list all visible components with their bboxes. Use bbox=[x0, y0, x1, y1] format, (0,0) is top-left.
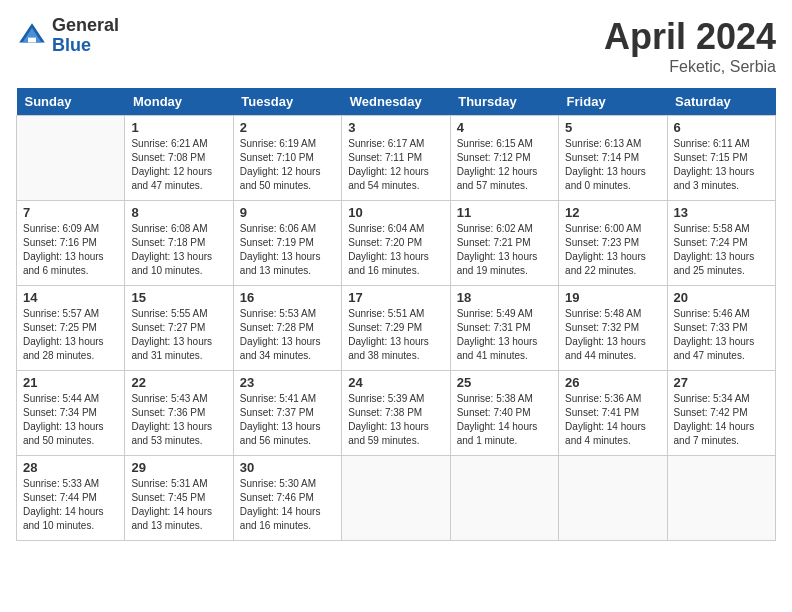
day-info: Sunrise: 6:00 AM Sunset: 7:23 PM Dayligh… bbox=[565, 222, 660, 278]
calendar-cell: 17Sunrise: 5:51 AM Sunset: 7:29 PM Dayli… bbox=[342, 286, 450, 371]
logo-icon bbox=[16, 20, 48, 52]
calendar-cell: 1Sunrise: 6:21 AM Sunset: 7:08 PM Daylig… bbox=[125, 116, 233, 201]
calendar-cell: 13Sunrise: 5:58 AM Sunset: 7:24 PM Dayli… bbox=[667, 201, 775, 286]
day-info: Sunrise: 6:08 AM Sunset: 7:18 PM Dayligh… bbox=[131, 222, 226, 278]
calendar-cell: 29Sunrise: 5:31 AM Sunset: 7:45 PM Dayli… bbox=[125, 456, 233, 541]
calendar-cell: 28Sunrise: 5:33 AM Sunset: 7:44 PM Dayli… bbox=[17, 456, 125, 541]
day-number: 23 bbox=[240, 375, 335, 390]
day-info: Sunrise: 5:58 AM Sunset: 7:24 PM Dayligh… bbox=[674, 222, 769, 278]
weekday-header-tuesday: Tuesday bbox=[233, 88, 341, 116]
calendar-cell bbox=[342, 456, 450, 541]
day-number: 14 bbox=[23, 290, 118, 305]
day-number: 30 bbox=[240, 460, 335, 475]
day-info: Sunrise: 5:53 AM Sunset: 7:28 PM Dayligh… bbox=[240, 307, 335, 363]
weekday-header-sunday: Sunday bbox=[17, 88, 125, 116]
calendar-cell: 14Sunrise: 5:57 AM Sunset: 7:25 PM Dayli… bbox=[17, 286, 125, 371]
day-info: Sunrise: 5:43 AM Sunset: 7:36 PM Dayligh… bbox=[131, 392, 226, 448]
calendar-cell: 3Sunrise: 6:17 AM Sunset: 7:11 PM Daylig… bbox=[342, 116, 450, 201]
day-info: Sunrise: 5:34 AM Sunset: 7:42 PM Dayligh… bbox=[674, 392, 769, 448]
day-info: Sunrise: 5:33 AM Sunset: 7:44 PM Dayligh… bbox=[23, 477, 118, 533]
calendar-cell bbox=[667, 456, 775, 541]
day-info: Sunrise: 5:44 AM Sunset: 7:34 PM Dayligh… bbox=[23, 392, 118, 448]
calendar-cell: 8Sunrise: 6:08 AM Sunset: 7:18 PM Daylig… bbox=[125, 201, 233, 286]
calendar-cell: 21Sunrise: 5:44 AM Sunset: 7:34 PM Dayli… bbox=[17, 371, 125, 456]
day-info: Sunrise: 6:13 AM Sunset: 7:14 PM Dayligh… bbox=[565, 137, 660, 193]
calendar-cell: 5Sunrise: 6:13 AM Sunset: 7:14 PM Daylig… bbox=[559, 116, 667, 201]
calendar-cell: 19Sunrise: 5:48 AM Sunset: 7:32 PM Dayli… bbox=[559, 286, 667, 371]
calendar-cell: 11Sunrise: 6:02 AM Sunset: 7:21 PM Dayli… bbox=[450, 201, 558, 286]
day-number: 3 bbox=[348, 120, 443, 135]
day-number: 9 bbox=[240, 205, 335, 220]
day-number: 11 bbox=[457, 205, 552, 220]
logo-general: General bbox=[52, 16, 119, 36]
day-number: 5 bbox=[565, 120, 660, 135]
day-info: Sunrise: 5:31 AM Sunset: 7:45 PM Dayligh… bbox=[131, 477, 226, 533]
day-number: 22 bbox=[131, 375, 226, 390]
calendar-cell: 24Sunrise: 5:39 AM Sunset: 7:38 PM Dayli… bbox=[342, 371, 450, 456]
day-number: 16 bbox=[240, 290, 335, 305]
day-info: Sunrise: 6:06 AM Sunset: 7:19 PM Dayligh… bbox=[240, 222, 335, 278]
day-number: 25 bbox=[457, 375, 552, 390]
day-info: Sunrise: 6:11 AM Sunset: 7:15 PM Dayligh… bbox=[674, 137, 769, 193]
calendar-cell: 6Sunrise: 6:11 AM Sunset: 7:15 PM Daylig… bbox=[667, 116, 775, 201]
calendar-cell: 27Sunrise: 5:34 AM Sunset: 7:42 PM Dayli… bbox=[667, 371, 775, 456]
day-info: Sunrise: 5:38 AM Sunset: 7:40 PM Dayligh… bbox=[457, 392, 552, 448]
weekday-header-wednesday: Wednesday bbox=[342, 88, 450, 116]
title-block: April 2024 Feketic, Serbia bbox=[604, 16, 776, 76]
day-number: 4 bbox=[457, 120, 552, 135]
page-title: April 2024 bbox=[604, 16, 776, 58]
calendar-cell bbox=[450, 456, 558, 541]
day-info: Sunrise: 5:55 AM Sunset: 7:27 PM Dayligh… bbox=[131, 307, 226, 363]
calendar-cell: 26Sunrise: 5:36 AM Sunset: 7:41 PM Dayli… bbox=[559, 371, 667, 456]
logo: General Blue bbox=[16, 16, 119, 56]
calendar-cell: 15Sunrise: 5:55 AM Sunset: 7:27 PM Dayli… bbox=[125, 286, 233, 371]
day-number: 1 bbox=[131, 120, 226, 135]
calendar-table: SundayMondayTuesdayWednesdayThursdayFrid… bbox=[16, 88, 776, 541]
day-number: 24 bbox=[348, 375, 443, 390]
logo-blue: Blue bbox=[52, 36, 119, 56]
logo-text: General Blue bbox=[52, 16, 119, 56]
day-info: Sunrise: 6:15 AM Sunset: 7:12 PM Dayligh… bbox=[457, 137, 552, 193]
day-info: Sunrise: 5:51 AM Sunset: 7:29 PM Dayligh… bbox=[348, 307, 443, 363]
day-number: 8 bbox=[131, 205, 226, 220]
day-info: Sunrise: 5:41 AM Sunset: 7:37 PM Dayligh… bbox=[240, 392, 335, 448]
day-number: 12 bbox=[565, 205, 660, 220]
calendar-cell: 10Sunrise: 6:04 AM Sunset: 7:20 PM Dayli… bbox=[342, 201, 450, 286]
calendar-cell: 16Sunrise: 5:53 AM Sunset: 7:28 PM Dayli… bbox=[233, 286, 341, 371]
week-row-3: 14Sunrise: 5:57 AM Sunset: 7:25 PM Dayli… bbox=[17, 286, 776, 371]
page-subtitle: Feketic, Serbia bbox=[604, 58, 776, 76]
day-number: 27 bbox=[674, 375, 769, 390]
day-info: Sunrise: 6:04 AM Sunset: 7:20 PM Dayligh… bbox=[348, 222, 443, 278]
weekday-header-row: SundayMondayTuesdayWednesdayThursdayFrid… bbox=[17, 88, 776, 116]
day-number: 21 bbox=[23, 375, 118, 390]
calendar-cell: 18Sunrise: 5:49 AM Sunset: 7:31 PM Dayli… bbox=[450, 286, 558, 371]
calendar-cell: 20Sunrise: 5:46 AM Sunset: 7:33 PM Dayli… bbox=[667, 286, 775, 371]
day-info: Sunrise: 5:36 AM Sunset: 7:41 PM Dayligh… bbox=[565, 392, 660, 448]
day-info: Sunrise: 5:46 AM Sunset: 7:33 PM Dayligh… bbox=[674, 307, 769, 363]
week-row-5: 28Sunrise: 5:33 AM Sunset: 7:44 PM Dayli… bbox=[17, 456, 776, 541]
calendar-cell bbox=[559, 456, 667, 541]
calendar-cell: 9Sunrise: 6:06 AM Sunset: 7:19 PM Daylig… bbox=[233, 201, 341, 286]
page-header: General Blue April 2024 Feketic, Serbia bbox=[16, 16, 776, 76]
day-number: 7 bbox=[23, 205, 118, 220]
week-row-2: 7Sunrise: 6:09 AM Sunset: 7:16 PM Daylig… bbox=[17, 201, 776, 286]
day-info: Sunrise: 5:48 AM Sunset: 7:32 PM Dayligh… bbox=[565, 307, 660, 363]
calendar-cell: 2Sunrise: 6:19 AM Sunset: 7:10 PM Daylig… bbox=[233, 116, 341, 201]
day-info: Sunrise: 6:21 AM Sunset: 7:08 PM Dayligh… bbox=[131, 137, 226, 193]
weekday-header-saturday: Saturday bbox=[667, 88, 775, 116]
day-number: 29 bbox=[131, 460, 226, 475]
day-number: 13 bbox=[674, 205, 769, 220]
svg-rect-2 bbox=[28, 37, 36, 42]
day-info: Sunrise: 6:02 AM Sunset: 7:21 PM Dayligh… bbox=[457, 222, 552, 278]
day-number: 20 bbox=[674, 290, 769, 305]
day-number: 10 bbox=[348, 205, 443, 220]
weekday-header-thursday: Thursday bbox=[450, 88, 558, 116]
day-info: Sunrise: 5:57 AM Sunset: 7:25 PM Dayligh… bbox=[23, 307, 118, 363]
weekday-header-monday: Monday bbox=[125, 88, 233, 116]
calendar-cell: 30Sunrise: 5:30 AM Sunset: 7:46 PM Dayli… bbox=[233, 456, 341, 541]
day-number: 26 bbox=[565, 375, 660, 390]
day-info: Sunrise: 6:19 AM Sunset: 7:10 PM Dayligh… bbox=[240, 137, 335, 193]
week-row-1: 1Sunrise: 6:21 AM Sunset: 7:08 PM Daylig… bbox=[17, 116, 776, 201]
day-info: Sunrise: 5:30 AM Sunset: 7:46 PM Dayligh… bbox=[240, 477, 335, 533]
calendar-cell: 7Sunrise: 6:09 AM Sunset: 7:16 PM Daylig… bbox=[17, 201, 125, 286]
